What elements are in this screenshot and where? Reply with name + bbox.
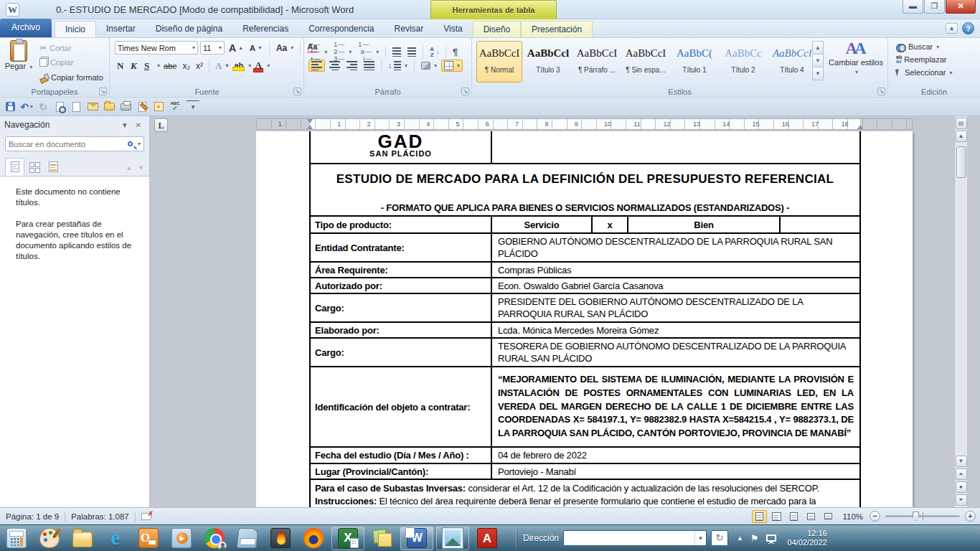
tab-diseno-de-pagina[interactable]: Diseño de página xyxy=(146,21,232,37)
shrink-font-button[interactable]: A▼ xyxy=(248,43,265,53)
right-indent-marker[interactable] xyxy=(857,125,863,129)
next-heading-button[interactable]: ▼ xyxy=(138,164,144,171)
address-dropdown[interactable]: ▼ xyxy=(694,531,706,545)
save-button[interactable] xyxy=(4,100,17,113)
increase-indent-button[interactable] xyxy=(405,47,418,57)
style-titulo-3[interactable]: AaBbCcl Título 3 xyxy=(525,41,571,83)
select-browse-object-button[interactable]: ● xyxy=(956,481,967,493)
taskbar-scanner[interactable] xyxy=(231,527,264,550)
undo-button[interactable]: ↶▾ xyxy=(20,100,33,113)
previous-page-button[interactable]: ⏶ xyxy=(956,468,967,480)
shading-button[interactable]: ▾ xyxy=(419,61,439,70)
font-dialog-launcher[interactable]: ↘ xyxy=(293,88,301,95)
address-input[interactable] xyxy=(564,534,694,542)
tab-presentacion-tabla[interactable]: Presentación xyxy=(521,21,593,37)
grow-font-button[interactable]: A▲ xyxy=(227,42,245,55)
style-titulo-4[interactable]: AaBbCcl Título 4 xyxy=(769,41,815,83)
taskbar-media-player[interactable] xyxy=(165,527,198,550)
help-button[interactable]: ? xyxy=(962,22,974,34)
highlight-dropdown[interactable]: ▾ xyxy=(248,62,251,69)
email-attachment-button[interactable] xyxy=(86,100,99,113)
taskbar-paint[interactable] xyxy=(33,527,66,550)
print-preview-button[interactable] xyxy=(53,100,66,113)
document-page[interactable]: GAD SAN PLÁCIDO ESTUDIO DE MERCADO PARA … xyxy=(256,131,913,507)
cut-button[interactable]: ✂ Cortar xyxy=(37,42,74,54)
underline-button[interactable]: S xyxy=(142,60,154,72)
vertical-scrollbar[interactable]: ▤ ▲ ▼ ⏶ ● ⏷ xyxy=(954,116,967,507)
paragraph-dialog-launcher[interactable]: ↘ xyxy=(461,88,469,95)
zoom-level[interactable]: 110% xyxy=(838,512,867,521)
scroll-up-button[interactable]: ▲ xyxy=(956,131,967,142)
font-color-dropdown[interactable]: ▾ xyxy=(267,62,270,69)
styles-scroll-down-button[interactable]: ▼ xyxy=(812,54,824,67)
bold-button[interactable]: N xyxy=(115,60,127,72)
restore-button[interactable]: ❐ xyxy=(924,0,945,14)
tab-stop-selector[interactable]: L xyxy=(154,118,168,132)
tab-correspondencia[interactable]: Correspondencia xyxy=(298,21,384,37)
taskbar-autocad[interactable]: A xyxy=(471,527,504,550)
find-button[interactable]: Buscar▾ xyxy=(894,42,955,52)
customize-qat-button[interactable]: ▾ xyxy=(187,100,199,113)
open-button[interactable] xyxy=(103,100,116,113)
tab-vista[interactable]: Vista xyxy=(433,21,472,37)
taskbar-sticky-notes[interactable] xyxy=(366,527,399,550)
ruler-toggle-button[interactable]: ▤ xyxy=(956,118,967,129)
search-options-dropdown[interactable]: ▾ xyxy=(138,141,141,147)
tab-inicio[interactable]: Inicio xyxy=(55,21,96,37)
clipboard-dialog-launcher[interactable]: ↘ xyxy=(99,88,107,95)
scrollbar-thumb[interactable] xyxy=(956,146,966,178)
tab-diseno-tabla[interactable]: Diseño xyxy=(473,21,521,37)
quick-print-button[interactable] xyxy=(119,100,132,113)
browse-headings-tab[interactable] xyxy=(5,158,24,176)
text-effects-button[interactable]: A▾ xyxy=(213,60,230,72)
zoom-slider[interactable] xyxy=(885,515,960,517)
subscript-button[interactable]: x₂ xyxy=(180,60,192,72)
minimize-button[interactable]: ▬ xyxy=(903,0,923,14)
align-right-button[interactable] xyxy=(344,60,359,71)
strikethrough-button[interactable]: abe xyxy=(161,61,179,71)
align-left-button[interactable] xyxy=(308,60,325,72)
minimize-ribbon-button[interactable]: ▲ xyxy=(946,23,958,34)
show-marks-button[interactable]: ¶ xyxy=(451,46,460,58)
select-button[interactable]: Seleccionar▾ xyxy=(894,67,955,77)
zoom-slider-thumb[interactable] xyxy=(913,512,919,521)
address-go-button[interactable]: ↻ xyxy=(711,530,728,546)
borders-button[interactable]: ▾ xyxy=(441,60,463,72)
scroll-down-button[interactable]: ▼ xyxy=(956,456,967,467)
hanging-indent-marker[interactable] xyxy=(307,125,313,129)
close-button[interactable]: ✕ xyxy=(946,0,976,14)
action-center-icon[interactable]: ⚑ xyxy=(750,533,759,544)
highlight-color-button[interactable]: ab xyxy=(232,60,245,71)
repeat-button[interactable]: ↻ xyxy=(37,100,50,113)
taskbar-word[interactable]: W xyxy=(400,527,433,550)
font-color-button[interactable]: A xyxy=(253,59,264,72)
zoom-out-button[interactable]: − xyxy=(870,511,880,522)
align-center-button[interactable] xyxy=(327,60,342,71)
style-parrafo[interactable]: AaBbCcI ¶ Párrafo ... xyxy=(574,41,620,83)
line-spacing-button[interactable]: ↕▾ xyxy=(386,60,410,71)
zoom-in-button[interactable]: + xyxy=(965,511,976,522)
insert-symbol-button[interactable]: ✶ xyxy=(152,100,165,113)
change-case-button[interactable]: Aa▾ xyxy=(274,42,296,54)
document-search-box[interactable]: ▾ xyxy=(5,136,144,151)
tab-revisar[interactable]: Revisar xyxy=(385,21,434,37)
style-normal[interactable]: AaBbCcI ¶ Normal xyxy=(476,41,522,83)
outline-view-button[interactable] xyxy=(804,510,819,523)
style-titulo-1[interactable]: AaBbC( Título 1 xyxy=(672,41,717,83)
superscript-button[interactable]: x² xyxy=(194,60,205,72)
previous-heading-button[interactable]: ▲ xyxy=(126,164,132,171)
draft-view-button[interactable] xyxy=(821,510,836,523)
taskbar-nero[interactable] xyxy=(264,527,297,550)
next-page-button[interactable]: ⏷ xyxy=(956,494,967,506)
browse-results-tab[interactable] xyxy=(44,158,63,176)
taskbar-outlook[interactable]: O xyxy=(132,527,165,550)
sort-button[interactable]: AZ↓ xyxy=(428,46,441,59)
print-layout-view-button[interactable] xyxy=(752,510,767,523)
underline-dropdown[interactable]: ▾ xyxy=(157,62,160,69)
tab-insertar[interactable]: Insertar xyxy=(96,21,146,37)
styles-dialog-launcher[interactable]: ↘ xyxy=(877,88,885,95)
styles-scroll-up-button[interactable]: ▲ xyxy=(812,41,824,55)
taskbar-file-explorer[interactable] xyxy=(66,527,99,550)
justify-button[interactable] xyxy=(362,60,377,71)
font-size-select[interactable]: 11▾ xyxy=(200,41,225,55)
